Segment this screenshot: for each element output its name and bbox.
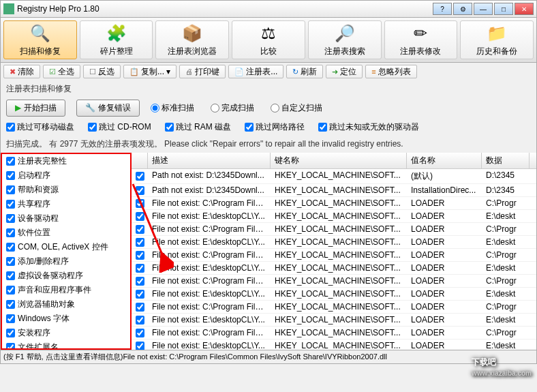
row-check[interactable] (136, 251, 144, 260)
subtool-8[interactable]: ≡忽略列表 (365, 65, 416, 78)
toolbar-btn-2[interactable]: 📦注册表浏览器 (155, 20, 229, 59)
category-item[interactable]: 共享程序 (2, 197, 130, 211)
minimize-button[interactable]: — (474, 3, 493, 15)
result-row[interactable]: File not exist: C:\Program Files...HKEY_… (132, 223, 536, 236)
category-panel[interactable]: 注册表完整性启动程序帮助和资源共享程序设备驱动程软件位置COM, OLE, Ac… (1, 153, 132, 350)
row-check[interactable] (136, 199, 144, 208)
category-item[interactable]: 帮助和资源 (2, 183, 130, 197)
row-check[interactable] (136, 264, 144, 273)
category-item[interactable]: 注册表完整性 (2, 154, 130, 168)
close-button[interactable]: ✕ (515, 3, 534, 15)
category-item[interactable]: 添加/删除程序 (2, 254, 130, 269)
category-item[interactable]: COM, OLE, ActiveX 控件 (2, 240, 130, 254)
category-check[interactable] (6, 157, 15, 166)
start-scan-button[interactable]: ▶开始扫描 (6, 100, 65, 117)
play-icon: ▶ (15, 103, 21, 112)
category-check[interactable] (6, 200, 15, 209)
result-row[interactable]: Path not exist: D:\2345Downl...HKEY_LOCA… (132, 169, 536, 184)
category-item[interactable]: 文件扩展名 (2, 340, 130, 350)
result-row[interactable]: File not exist: C:\Program Files...HKEY_… (132, 275, 536, 288)
subtool-6[interactable]: ↻刷新 (286, 65, 323, 78)
row-check[interactable] (136, 290, 144, 299)
category-item[interactable]: 虚拟设备驱动程序 (2, 269, 130, 283)
toolbar-btn-6[interactable]: 📁历史和备份 (460, 20, 534, 59)
category-check[interactable] (6, 343, 15, 350)
category-check[interactable] (6, 214, 15, 223)
row-check[interactable] (136, 342, 144, 350)
result-row[interactable]: File not exist: C:\Program Files...HKEY_… (132, 301, 536, 314)
category-check[interactable] (6, 228, 15, 237)
result-row[interactable]: File not exist: E:\desktopCL\Y...HKEY_LO… (132, 210, 536, 223)
result-row[interactable]: File not exist: E:\desktopCL\Y...HKEY_LO… (132, 314, 536, 327)
subtool-icon: 📋 (129, 67, 139, 76)
row-check[interactable] (136, 225, 144, 234)
category-check[interactable] (6, 286, 15, 295)
result-row[interactable]: File not exist: E:\desktopCL\Y...HKEY_LO… (132, 262, 536, 275)
scan-mode-radio-1[interactable]: 完成扫描 (211, 102, 254, 114)
result-row[interactable]: File not exist: C:\Program Files...HKEY_… (132, 197, 536, 210)
category-item[interactable]: 安装程序 (2, 326, 130, 340)
subtool-0[interactable]: ✖清除 (3, 65, 40, 78)
results-panel[interactable]: 描述 键名称 值名称 数据 Path not exist: D:\2345Dow… (132, 153, 536, 350)
toolbar-icon: 📁 (486, 22, 508, 44)
row-check[interactable] (136, 277, 144, 286)
category-check[interactable] (6, 314, 15, 323)
skip-check-3[interactable]: 跳过网络路径 (245, 121, 305, 133)
row-check[interactable] (136, 172, 144, 181)
maximize-button[interactable]: □ (494, 3, 513, 15)
category-check[interactable] (6, 271, 15, 280)
subtool-2[interactable]: ☐反选 (83, 65, 121, 78)
toolbar-btn-1[interactable]: 🧩碎片整理 (80, 20, 153, 59)
skip-check-1[interactable]: 跳过 CD-ROM (88, 121, 151, 133)
subtool-3[interactable]: 📋复制... ▾ (123, 65, 177, 78)
category-item[interactable]: Windows 字体 (2, 312, 130, 326)
skip-check-4[interactable]: 跳过未知或无效的驱动器 (318, 121, 419, 133)
window-title: Registry Help Pro 1.80 (17, 4, 433, 14)
help-button[interactable]: ? (433, 3, 452, 15)
category-item[interactable]: 设备驱动程 (2, 211, 130, 226)
toolbar-icon: ✏ (410, 22, 431, 44)
skip-check-0[interactable]: 跳过可移动磁盘 (6, 121, 74, 133)
row-check[interactable] (136, 303, 144, 312)
result-row[interactable]: File not exist: C:\Program Files...HKEY_… (132, 327, 536, 340)
category-check[interactable] (6, 243, 15, 252)
subtool-7[interactable]: ➜定位 (326, 65, 363, 78)
fix-errors-button[interactable]: 🔧修复错误 (76, 100, 140, 117)
category-item[interactable]: 软件位置 (2, 226, 130, 240)
toolbar-btn-0[interactable]: 🔍扫描和修复 (3, 20, 77, 59)
row-check[interactable] (136, 212, 144, 221)
toolbar-btn-5[interactable]: ✏注册表修改 (384, 20, 458, 59)
result-row[interactable]: File not exist: E:\desktopCL\Y...HKEY_LO… (132, 340, 536, 350)
category-check[interactable] (6, 329, 15, 337)
subtool-4[interactable]: 🖨打印键 (179, 65, 226, 78)
tools-button[interactable]: ⚙ (453, 3, 472, 15)
result-row[interactable]: File not exist: C:\Program Files...HKEY_… (132, 249, 536, 262)
category-check[interactable] (6, 171, 15, 180)
col-description[interactable]: 描述 (148, 153, 271, 168)
result-row[interactable]: File not exist: E:\desktopCL\Y...HKEY_LO… (132, 236, 536, 249)
row-check[interactable] (136, 316, 144, 325)
result-row[interactable]: Path not exist: D:\2345Downl...HKEY_LOCA… (132, 184, 536, 197)
toolbar-btn-3[interactable]: ⚖比较 (232, 20, 305, 59)
category-check[interactable] (6, 257, 15, 266)
row-check[interactable] (136, 186, 144, 195)
scan-mode-radio-0[interactable]: 标准扫描 (151, 102, 194, 114)
scan-mode-radio-2[interactable]: 自定义扫描 (271, 102, 322, 114)
subtool-1[interactable]: ☑全选 (43, 65, 80, 78)
category-item[interactable]: 声音和应用程序事件 (2, 283, 130, 297)
col-valuename[interactable]: 值名称 (407, 153, 482, 168)
col-check[interactable] (132, 153, 148, 168)
col-keyname[interactable]: 键名称 (271, 153, 407, 168)
category-item[interactable]: 启动程序 (2, 168, 130, 183)
row-check[interactable] (136, 238, 144, 247)
result-row[interactable]: File not exist: E:\desktopCL\Y...HKEY_LO… (132, 288, 536, 301)
category-check[interactable] (6, 185, 15, 194)
skip-check-2[interactable]: 跳过 RAM 磁盘 (165, 121, 231, 133)
category-check[interactable] (6, 300, 15, 309)
main-content: 注册表完整性启动程序帮助和资源共享程序设备驱动程软件位置COM, OLE, Ac… (0, 153, 537, 350)
toolbar-btn-4[interactable]: 🔎注册表搜索 (308, 20, 382, 59)
col-data[interactable]: 数据 (482, 153, 530, 168)
subtool-5[interactable]: 📄注册表... (228, 65, 283, 78)
category-item[interactable]: 浏览器辅助对象 (2, 297, 130, 312)
row-check[interactable] (136, 329, 144, 337)
